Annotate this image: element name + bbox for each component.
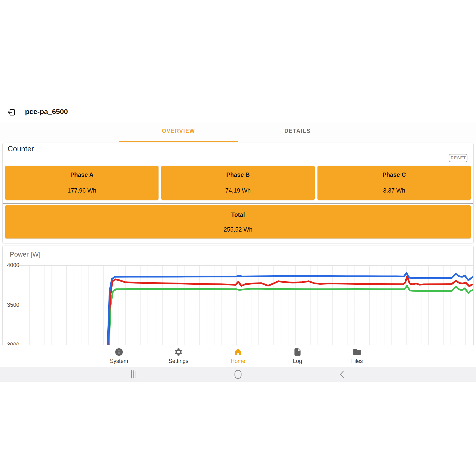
back-button[interactable]	[337, 369, 347, 380]
recent-apps-button[interactable]	[129, 369, 139, 380]
nav-item-home[interactable]: Home	[208, 345, 268, 367]
chart-title: Power [W]	[10, 251, 40, 258]
home-squircle-icon	[234, 370, 242, 379]
home-button[interactable]	[233, 369, 243, 380]
nav-label-files: Files	[351, 358, 363, 364]
phase-c-label: Phase C	[318, 171, 471, 178]
phase-c-tile: Phase C 3,37 Wh	[318, 166, 471, 200]
nav-label-home: Home	[231, 358, 245, 364]
nav-item-log[interactable]: Log	[268, 345, 327, 367]
bottom-navigation: System Settings Home Log	[0, 345, 476, 367]
recents-icon	[129, 370, 138, 379]
app-bar: pce-pa_6500	[0, 102, 476, 122]
total-value: 255,52 Wh	[5, 226, 471, 233]
phase-a-label: Phase A	[5, 171, 158, 178]
back-chevron-icon	[338, 370, 347, 379]
total-divider	[3, 203, 473, 204]
info-icon	[115, 347, 123, 357]
phase-a-value: 177,96 Wh	[5, 187, 158, 194]
page-title: pce-pa_6500	[25, 108, 68, 116]
phase-b-value: 74,19 Wh	[161, 187, 315, 194]
power-chart-card: Power [W] 4000 3500 3000	[2, 246, 474, 358]
tab-details[interactable]: DETAILS	[238, 128, 357, 134]
tab-bar: OVERVIEW DETAILS	[0, 122, 476, 142]
phase-c-value: 3,37 Wh	[318, 187, 471, 194]
power-line-chart	[3, 246, 473, 358]
tab-overview[interactable]: OVERVIEW	[119, 128, 238, 134]
counter-title: Counter	[8, 145, 34, 153]
nav-label-settings: Settings	[169, 358, 188, 364]
home-icon	[234, 347, 242, 357]
nav-item-system[interactable]: System	[89, 345, 149, 367]
nav-item-files[interactable]: Files	[327, 345, 387, 367]
exit-device-button[interactable]	[7, 108, 16, 117]
tab-indicator	[119, 141, 238, 142]
folder-icon	[353, 347, 361, 357]
nav-label-system: System	[110, 358, 128, 364]
gear-icon	[174, 347, 183, 357]
logout-icon	[7, 108, 16, 117]
system-navigation-bar	[0, 367, 476, 382]
phase-b-tile: Phase B 74,19 Wh	[161, 166, 315, 200]
phase-b-label: Phase B	[161, 171, 315, 178]
total-label: Total	[5, 211, 471, 218]
nav-item-settings[interactable]: Settings	[149, 345, 208, 367]
document-icon	[293, 347, 302, 357]
y-tick-4000: 4000	[3, 262, 19, 269]
total-tile: Total 255,52 Wh	[5, 205, 471, 238]
phase-a-tile: Phase A 177,96 Wh	[5, 166, 158, 200]
screen: pce-pa_6500 OVERVIEW DETAILS Counter RES…	[0, 0, 476, 476]
reset-button[interactable]: RESET	[449, 154, 467, 162]
y-tick-3500: 3500	[3, 302, 19, 308]
nav-label-log: Log	[293, 358, 302, 364]
